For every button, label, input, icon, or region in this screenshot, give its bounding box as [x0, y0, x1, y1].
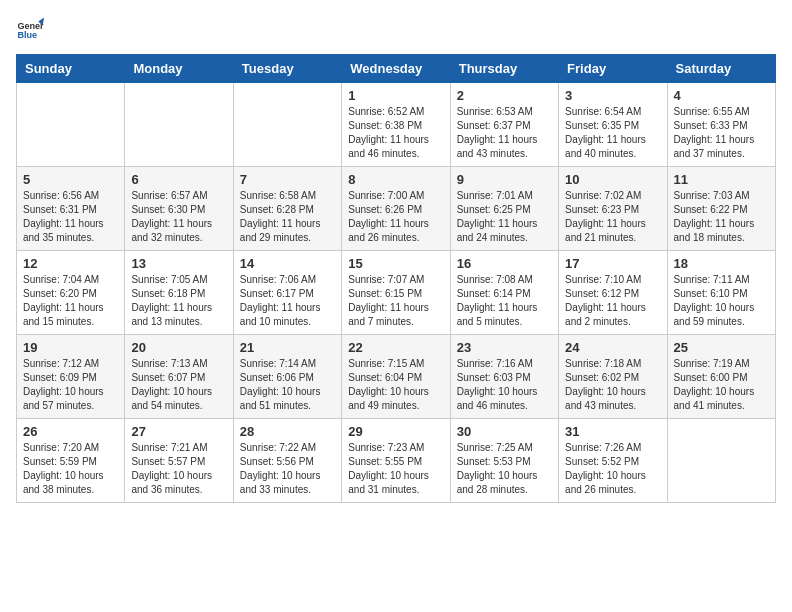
day-cell: 14Sunrise: 7:06 AM Sunset: 6:17 PM Dayli… [233, 251, 341, 335]
day-cell [667, 419, 775, 503]
day-info: Sunrise: 6:57 AM Sunset: 6:30 PM Dayligh… [131, 189, 226, 245]
day-info: Sunrise: 7:18 AM Sunset: 6:02 PM Dayligh… [565, 357, 660, 413]
day-cell: 16Sunrise: 7:08 AM Sunset: 6:14 PM Dayli… [450, 251, 558, 335]
day-number: 8 [348, 172, 443, 187]
day-info: Sunrise: 7:11 AM Sunset: 6:10 PM Dayligh… [674, 273, 769, 329]
day-info: Sunrise: 7:05 AM Sunset: 6:18 PM Dayligh… [131, 273, 226, 329]
day-info: Sunrise: 7:23 AM Sunset: 5:55 PM Dayligh… [348, 441, 443, 497]
day-info: Sunrise: 7:06 AM Sunset: 6:17 PM Dayligh… [240, 273, 335, 329]
day-number: 25 [674, 340, 769, 355]
day-info: Sunrise: 6:55 AM Sunset: 6:33 PM Dayligh… [674, 105, 769, 161]
week-row-5: 26Sunrise: 7:20 AM Sunset: 5:59 PM Dayli… [17, 419, 776, 503]
day-number: 28 [240, 424, 335, 439]
day-cell: 7Sunrise: 6:58 AM Sunset: 6:28 PM Daylig… [233, 167, 341, 251]
page-header: General Blue [16, 16, 776, 44]
day-info: Sunrise: 7:01 AM Sunset: 6:25 PM Dayligh… [457, 189, 552, 245]
day-cell: 11Sunrise: 7:03 AM Sunset: 6:22 PM Dayli… [667, 167, 775, 251]
day-cell: 25Sunrise: 7:19 AM Sunset: 6:00 PM Dayli… [667, 335, 775, 419]
day-number: 21 [240, 340, 335, 355]
day-number: 18 [674, 256, 769, 271]
day-cell: 13Sunrise: 7:05 AM Sunset: 6:18 PM Dayli… [125, 251, 233, 335]
day-number: 6 [131, 172, 226, 187]
day-number: 9 [457, 172, 552, 187]
day-number: 13 [131, 256, 226, 271]
day-number: 26 [23, 424, 118, 439]
day-cell: 15Sunrise: 7:07 AM Sunset: 6:15 PM Dayli… [342, 251, 450, 335]
day-info: Sunrise: 7:19 AM Sunset: 6:00 PM Dayligh… [674, 357, 769, 413]
weekday-header-row: SundayMondayTuesdayWednesdayThursdayFrid… [17, 55, 776, 83]
day-number: 7 [240, 172, 335, 187]
day-cell: 17Sunrise: 7:10 AM Sunset: 6:12 PM Dayli… [559, 251, 667, 335]
day-cell: 1Sunrise: 6:52 AM Sunset: 6:38 PM Daylig… [342, 83, 450, 167]
calendar-table: SundayMondayTuesdayWednesdayThursdayFrid… [16, 54, 776, 503]
day-info: Sunrise: 7:14 AM Sunset: 6:06 PM Dayligh… [240, 357, 335, 413]
day-info: Sunrise: 7:21 AM Sunset: 5:57 PM Dayligh… [131, 441, 226, 497]
day-info: Sunrise: 7:26 AM Sunset: 5:52 PM Dayligh… [565, 441, 660, 497]
day-number: 22 [348, 340, 443, 355]
day-cell: 30Sunrise: 7:25 AM Sunset: 5:53 PM Dayli… [450, 419, 558, 503]
day-cell: 26Sunrise: 7:20 AM Sunset: 5:59 PM Dayli… [17, 419, 125, 503]
day-cell: 12Sunrise: 7:04 AM Sunset: 6:20 PM Dayli… [17, 251, 125, 335]
day-number: 17 [565, 256, 660, 271]
day-number: 10 [565, 172, 660, 187]
day-info: Sunrise: 7:22 AM Sunset: 5:56 PM Dayligh… [240, 441, 335, 497]
day-cell: 20Sunrise: 7:13 AM Sunset: 6:07 PM Dayli… [125, 335, 233, 419]
day-number: 19 [23, 340, 118, 355]
day-cell: 6Sunrise: 6:57 AM Sunset: 6:30 PM Daylig… [125, 167, 233, 251]
day-number: 4 [674, 88, 769, 103]
day-info: Sunrise: 7:03 AM Sunset: 6:22 PM Dayligh… [674, 189, 769, 245]
day-info: Sunrise: 7:12 AM Sunset: 6:09 PM Dayligh… [23, 357, 118, 413]
day-number: 30 [457, 424, 552, 439]
weekday-header-monday: Monday [125, 55, 233, 83]
day-cell: 27Sunrise: 7:21 AM Sunset: 5:57 PM Dayli… [125, 419, 233, 503]
day-number: 23 [457, 340, 552, 355]
day-cell: 2Sunrise: 6:53 AM Sunset: 6:37 PM Daylig… [450, 83, 558, 167]
week-row-2: 5Sunrise: 6:56 AM Sunset: 6:31 PM Daylig… [17, 167, 776, 251]
day-number: 2 [457, 88, 552, 103]
day-cell [233, 83, 341, 167]
day-info: Sunrise: 7:02 AM Sunset: 6:23 PM Dayligh… [565, 189, 660, 245]
day-cell: 22Sunrise: 7:15 AM Sunset: 6:04 PM Dayli… [342, 335, 450, 419]
day-cell [125, 83, 233, 167]
day-info: Sunrise: 7:00 AM Sunset: 6:26 PM Dayligh… [348, 189, 443, 245]
day-cell: 21Sunrise: 7:14 AM Sunset: 6:06 PM Dayli… [233, 335, 341, 419]
day-cell: 29Sunrise: 7:23 AM Sunset: 5:55 PM Dayli… [342, 419, 450, 503]
day-info: Sunrise: 6:54 AM Sunset: 6:35 PM Dayligh… [565, 105, 660, 161]
day-number: 12 [23, 256, 118, 271]
day-info: Sunrise: 7:10 AM Sunset: 6:12 PM Dayligh… [565, 273, 660, 329]
day-cell: 3Sunrise: 6:54 AM Sunset: 6:35 PM Daylig… [559, 83, 667, 167]
day-info: Sunrise: 7:04 AM Sunset: 6:20 PM Dayligh… [23, 273, 118, 329]
weekday-header-tuesday: Tuesday [233, 55, 341, 83]
day-cell: 10Sunrise: 7:02 AM Sunset: 6:23 PM Dayli… [559, 167, 667, 251]
weekday-header-saturday: Saturday [667, 55, 775, 83]
day-number: 3 [565, 88, 660, 103]
logo: General Blue [16, 16, 44, 44]
day-info: Sunrise: 7:16 AM Sunset: 6:03 PM Dayligh… [457, 357, 552, 413]
day-cell: 4Sunrise: 6:55 AM Sunset: 6:33 PM Daylig… [667, 83, 775, 167]
day-cell: 31Sunrise: 7:26 AM Sunset: 5:52 PM Dayli… [559, 419, 667, 503]
day-number: 15 [348, 256, 443, 271]
day-cell: 23Sunrise: 7:16 AM Sunset: 6:03 PM Dayli… [450, 335, 558, 419]
day-number: 31 [565, 424, 660, 439]
day-cell: 24Sunrise: 7:18 AM Sunset: 6:02 PM Dayli… [559, 335, 667, 419]
svg-text:Blue: Blue [17, 30, 37, 40]
day-info: Sunrise: 6:56 AM Sunset: 6:31 PM Dayligh… [23, 189, 118, 245]
day-info: Sunrise: 7:08 AM Sunset: 6:14 PM Dayligh… [457, 273, 552, 329]
weekday-header-thursday: Thursday [450, 55, 558, 83]
day-cell: 5Sunrise: 6:56 AM Sunset: 6:31 PM Daylig… [17, 167, 125, 251]
week-row-4: 19Sunrise: 7:12 AM Sunset: 6:09 PM Dayli… [17, 335, 776, 419]
day-info: Sunrise: 7:15 AM Sunset: 6:04 PM Dayligh… [348, 357, 443, 413]
day-number: 5 [23, 172, 118, 187]
day-info: Sunrise: 6:53 AM Sunset: 6:37 PM Dayligh… [457, 105, 552, 161]
day-number: 16 [457, 256, 552, 271]
day-number: 29 [348, 424, 443, 439]
day-info: Sunrise: 6:52 AM Sunset: 6:38 PM Dayligh… [348, 105, 443, 161]
day-number: 24 [565, 340, 660, 355]
logo-icon: General Blue [16, 16, 44, 44]
week-row-1: 1Sunrise: 6:52 AM Sunset: 6:38 PM Daylig… [17, 83, 776, 167]
day-cell: 28Sunrise: 7:22 AM Sunset: 5:56 PM Dayli… [233, 419, 341, 503]
day-cell: 18Sunrise: 7:11 AM Sunset: 6:10 PM Dayli… [667, 251, 775, 335]
weekday-header-friday: Friday [559, 55, 667, 83]
day-number: 27 [131, 424, 226, 439]
day-cell: 19Sunrise: 7:12 AM Sunset: 6:09 PM Dayli… [17, 335, 125, 419]
